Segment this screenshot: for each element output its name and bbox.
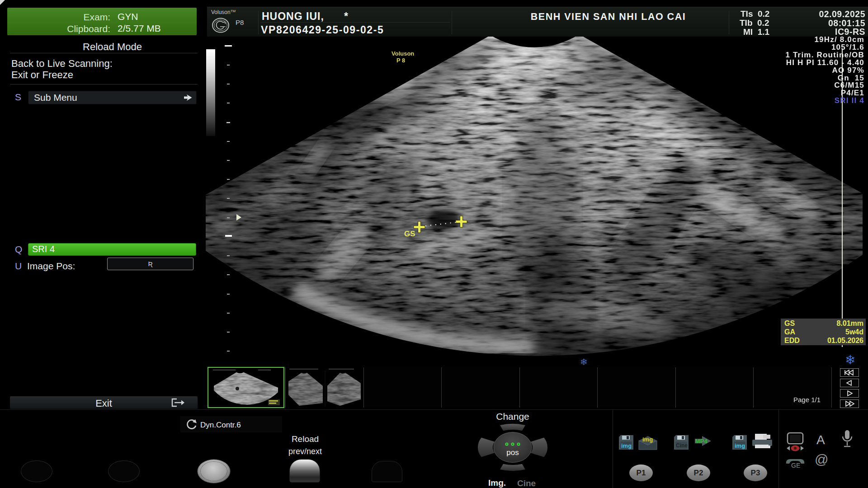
svg-text:Voluson: Voluson [392,50,414,57]
svg-text:Cine: Cine [676,442,688,449]
svg-text:MP4: MP4 [695,438,708,445]
svg-text:GS: GS [404,230,415,238]
svg-text:❄: ❄ [580,357,588,367]
svg-text:P 8: P 8 [396,57,405,64]
svg-text:img: img [642,436,653,443]
svg-text:pos: pos [506,448,519,457]
svg-text:img: img [735,442,745,449]
svg-text:img: img [621,442,632,449]
